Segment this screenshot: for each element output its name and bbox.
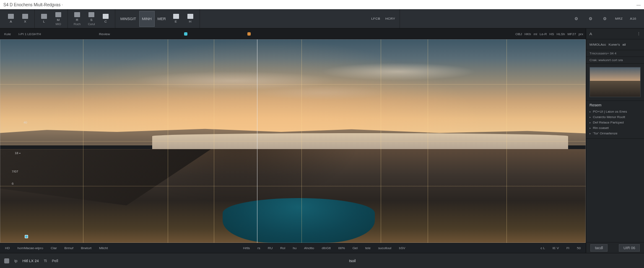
vb-item[interactable]: Brwtort bbox=[79, 246, 93, 250]
side-panel-tabs: M/MOLAcc Koner's all bbox=[586, 39, 644, 50]
status-item: Pell bbox=[52, 259, 58, 263]
sp-property-row[interactable]: Def Relace Partcped bbox=[589, 120, 641, 125]
ruler-label: HLSh bbox=[556, 32, 565, 36]
status-item: Ti bbox=[44, 259, 47, 263]
vb-item[interactable]: IE V bbox=[551, 246, 561, 250]
ribbon-btn-ais[interactable]: A16 bbox=[626, 11, 640, 26]
ribbon-btn-h[interactable]: H bbox=[184, 11, 197, 26]
status-item: Hitl LX 24 bbox=[23, 259, 39, 263]
gear-icon: ⚙ bbox=[589, 16, 592, 21]
sp-subline-2: Crak: wwkonrt cort sra bbox=[586, 57, 644, 64]
window-title: S4 D Enochens Miult-Redgvas · bbox=[3, 3, 63, 7]
ribbon-btn-inu[interactable]: C bbox=[99, 11, 112, 26]
sp-head-icon-a[interactable]: A bbox=[589, 32, 592, 36]
sp-section-title: Resem bbox=[589, 103, 641, 107]
ribbon-btn-a[interactable]: A bbox=[4, 11, 18, 26]
sp-subline-1: Tmcrossers+ 04 4 bbox=[586, 50, 644, 57]
sp-property-row[interactable]: Rin coaset bbox=[589, 125, 641, 131]
side-panel-head: A ⋮ bbox=[586, 28, 644, 39]
vb-item[interactable]: c L bbox=[539, 246, 547, 250]
ribbon-btn-mrz[interactable]: MRZ bbox=[612, 11, 626, 26]
vb-item[interactable]: HD bbox=[3, 246, 12, 250]
vb-item[interactable]: FI bbox=[565, 246, 571, 250]
vb-item[interactable]: RU bbox=[266, 246, 275, 250]
vb-item[interactable]: Brmuf bbox=[63, 246, 75, 250]
ribbon-btn-gear-3[interactable]: ⚙ bbox=[598, 11, 611, 26]
vb-item[interactable]: Hrtls bbox=[242, 246, 252, 250]
side-panel: A ⋮ M/MOLAcc Koner's all Tmcrossers+ 04 … bbox=[586, 28, 644, 253]
vb-item[interactable]: Gel bbox=[351, 246, 359, 250]
status-item: Ip bbox=[14, 259, 18, 263]
sp-cancel-button[interactable]: tacdl bbox=[590, 244, 608, 252]
ribbon-btn-gear-2[interactable]: ⚙ bbox=[584, 11, 597, 26]
sp-tab[interactable]: Koner's bbox=[609, 43, 620, 46]
vb-item[interactable]: Ciar bbox=[49, 246, 59, 250]
vb-item[interactable]: tele bbox=[364, 246, 372, 250]
vb-item[interactable]: hu bbox=[291, 246, 298, 250]
vb-item[interactable]: dlbGtt bbox=[320, 246, 332, 250]
ribbon-btn-x[interactable]: X bbox=[18, 11, 32, 26]
vb-item[interactable]: homMacae-wipro bbox=[16, 246, 45, 250]
vb-item[interactable]: Rol bbox=[278, 246, 287, 250]
vb-item[interactable]: 50 bbox=[575, 246, 582, 250]
ribbon-btn-mio[interactable]: MMIO bbox=[52, 11, 65, 26]
image-viewer[interactable]: 4018 •7/076 bbox=[0, 39, 586, 243]
infobar-mode: Kole bbox=[3, 31, 13, 37]
status-bar: Ip Hitl LX 24 Ti Pell Isoil bbox=[0, 253, 644, 268]
ruler-label: HS bbox=[549, 32, 554, 36]
sp-head-menu-icon[interactable]: ⋮ bbox=[637, 32, 641, 36]
vb-item[interactable]: sucotloul bbox=[377, 246, 393, 250]
gear-icon: ⚙ bbox=[603, 16, 607, 21]
ribbon-btn-roch[interactable]: RRoch bbox=[70, 11, 84, 26]
ruler-label: prx bbox=[579, 32, 583, 36]
window-titlebar: S4 D Enochens Miult-Redgvas · — bbox=[0, 0, 644, 9]
crop-handle[interactable] bbox=[25, 235, 28, 238]
vb-item[interactable]: Ahcitio bbox=[302, 246, 316, 250]
gear-icon: ⚙ bbox=[574, 16, 578, 21]
timeline-marker-amber[interactable] bbox=[247, 32, 251, 36]
top-ribbon: A X L MMIO RRoch SCurul C MINSGIT MINH M… bbox=[0, 9, 644, 28]
ribbon-btn-curul[interactable]: SCurul bbox=[85, 11, 98, 26]
viewer-infobar: Kole I-PI 1 LEGHTH Review OBJ HKh ml Le-… bbox=[0, 28, 586, 39]
ribbon-label-mer[interactable]: MER bbox=[155, 11, 169, 26]
sp-property-row[interactable]: 'Tor' Ormartenze bbox=[589, 131, 641, 136]
ruler-label: HKh bbox=[525, 32, 531, 36]
ruler-label: Le-R bbox=[540, 32, 547, 36]
vb-item[interactable]: bSV bbox=[397, 246, 407, 250]
ribbon-btn-l[interactable]: L bbox=[37, 11, 51, 26]
ribbon-label-minsgit[interactable]: MINSGIT bbox=[118, 11, 139, 26]
viewer-bottom-bar: HD homMacae-wipro Ciar Brmuf Brwtort Mil… bbox=[0, 243, 586, 253]
status-mid-label: Isoil bbox=[349, 259, 356, 263]
vb-item[interactable]: rs bbox=[256, 246, 262, 250]
sp-property-row[interactable]: PO+UI | Laion os Enes bbox=[589, 109, 641, 114]
ribbon-btn-lfcb[interactable]: LFCB bbox=[369, 11, 382, 26]
vb-item[interactable]: Milcht bbox=[97, 246, 109, 250]
timeline-marker-cyan[interactable] bbox=[184, 32, 187, 36]
ribbon-btn-hcry[interactable]: HCRY bbox=[383, 11, 397, 26]
window-sys-icons[interactable]: — bbox=[636, 3, 641, 7]
ribbon-btn-e[interactable]: E bbox=[169, 11, 183, 26]
sp-ok-button[interactable]: UIR 06 bbox=[619, 244, 640, 252]
preview-thumbnail[interactable] bbox=[589, 67, 641, 97]
sp-tab[interactable]: M/MOLAcc bbox=[589, 43, 606, 46]
infobar-review[interactable]: Review bbox=[97, 31, 112, 37]
vb-zoom-value: 66% bbox=[337, 246, 347, 250]
infobar-info: I-PI 1 LEGHTH bbox=[17, 31, 43, 37]
canvas-image bbox=[0, 39, 586, 243]
ribbon-btn-gear-1[interactable]: ⚙ bbox=[569, 11, 583, 26]
ruler-label: MF27 bbox=[567, 32, 576, 36]
ruler-label: ml bbox=[533, 32, 537, 36]
status-icon[interactable] bbox=[4, 258, 9, 263]
ruler-label: OBJ bbox=[515, 32, 522, 36]
sp-property-row[interactable]: Curarcto Menor Roott bbox=[589, 114, 641, 120]
sp-tab[interactable]: all bbox=[622, 43, 626, 46]
ribbon-label-minh[interactable]: MINH bbox=[140, 11, 154, 26]
